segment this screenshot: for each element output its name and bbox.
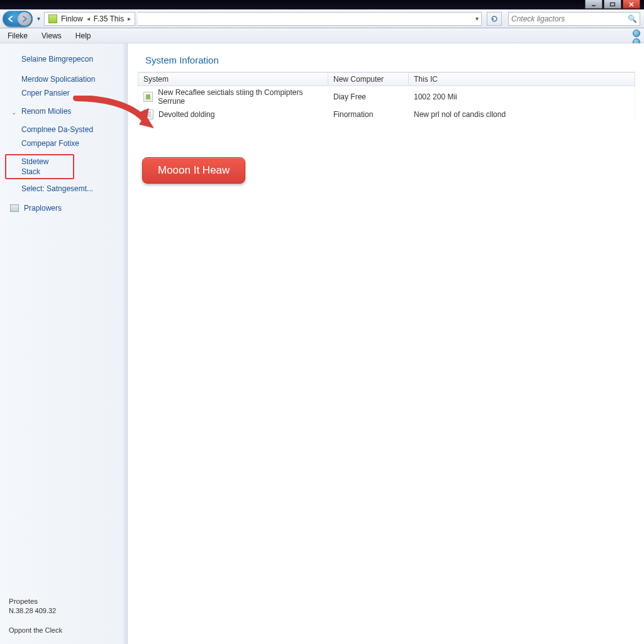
sidebar-item-highlighted[interactable]: Stdetew Stack [5, 154, 74, 179]
sidebar-link[interactable]: Selaine Bimgrepecon [0, 52, 127, 66]
callout-bubble: Mooon It Heaw [142, 157, 245, 184]
page-title: System Inforation [128, 43, 644, 72]
sidebar-item[interactable]: Complnee Da-Systed [0, 123, 127, 136]
sidebar-footer: Propetes N.38.28 409.32 Oppont the Cleck [9, 597, 62, 635]
menu-help[interactable]: Help [75, 31, 91, 40]
col-new-computer[interactable]: New Computer [328, 73, 409, 86]
table-header: System New Computer This IC [138, 72, 635, 86]
info-table: System New Computer This IC New Recaflee… [138, 72, 635, 121]
sidebar: Selaine Bimgrepecon Merdow Spolicatiatio… [0, 43, 128, 644]
row-name: Devolted dolding [158, 110, 214, 119]
file-icon [143, 92, 153, 102]
row-c2: Finormation [328, 108, 409, 121]
chevron-left-icon: ◂ [87, 15, 90, 22]
sidebar-link[interactable]: Merdow Spolicatiation [0, 72, 127, 86]
nav-history-dropdown[interactable]: ▾ [35, 15, 42, 22]
row-c3: New prl nol of candis cllond [409, 108, 635, 121]
sidebar-link[interactable]: Cnper Pansier [0, 86, 127, 100]
table-row[interactable]: Devolted dolding Finormation New prl nol… [138, 108, 635, 121]
menu-file[interactable]: Fileke [8, 31, 28, 40]
menubar: Fileke Views Help [0, 28, 644, 43]
col-this-ic[interactable]: This IC [409, 73, 635, 86]
breadcrumb-dropdown[interactable]: ▾ [138, 12, 482, 26]
chevron-right-icon: ▸ [128, 15, 131, 22]
window-controls [584, 0, 640, 9]
breadcrumb[interactable]: Finlow ◂ F.35 This ▸ [44, 12, 135, 26]
nav-toolbar: ▾ Finlow ◂ F.35 This ▸ ▾ 🔍 [0, 9, 644, 28]
crumb-leaf: F.35 This [94, 14, 124, 23]
refresh-icon [490, 14, 499, 23]
sidebar-item-praplowers[interactable]: Praplowers [0, 202, 127, 214]
search-input[interactable] [511, 14, 628, 23]
back-button[interactable] [4, 12, 18, 26]
titlebar [0, 0, 644, 9]
sidebar-item[interactable]: Compepar Fotixe [0, 136, 127, 150]
forward-button[interactable] [18, 12, 31, 26]
search-icon: 🔍 [628, 14, 637, 23]
help-orb-icon[interactable] [633, 30, 640, 37]
row-name: New Recaflee seictials stiing th Compipt… [158, 88, 323, 106]
sidebar-item-label: Praplowers [24, 204, 62, 213]
table-row[interactable]: New Recaflee seictials stiing th Compipt… [138, 86, 635, 108]
svg-rect-1 [611, 3, 615, 6]
menu-views[interactable]: Views [42, 31, 62, 40]
nav-buttons [3, 11, 33, 27]
sidebar-group[interactable]: ⌄ Renom Miolies [0, 105, 127, 118]
col-system[interactable]: System [138, 73, 328, 86]
main-panel: System Inforation System New Computer Th… [128, 43, 644, 644]
row-c2: Diay Free [328, 86, 409, 108]
crumb-root: Finlow [61, 14, 83, 23]
window-frame: ▾ Finlow ◂ F.35 This ▸ ▾ 🔍 Fileke Views … [0, 0, 644, 644]
footer-title: Propetes [9, 597, 62, 606]
search-box[interactable]: 🔍 [508, 12, 640, 26]
folder-icon [48, 14, 57, 23]
sidebar-group-label: Renom Miolies [21, 107, 71, 116]
minimize-button[interactable] [585, 0, 602, 9]
refresh-button[interactable] [487, 12, 502, 26]
footer-action[interactable]: Oppont the Cleck [9, 626, 62, 635]
content-area: Selaine Bimgrepecon Merdow Spolicatiatio… [0, 43, 644, 644]
maximize-button[interactable] [604, 0, 621, 9]
sidebar-item[interactable]: Select: Satngesemt... [0, 182, 127, 196]
file-icon [143, 109, 153, 119]
row-c3: 1002 200 Mii [409, 86, 635, 108]
close-button[interactable] [623, 0, 640, 9]
footer-value: N.38.28 409.32 [9, 606, 62, 616]
panel-icon [10, 204, 19, 212]
chevron-down-icon: ⌄ [11, 109, 16, 116]
